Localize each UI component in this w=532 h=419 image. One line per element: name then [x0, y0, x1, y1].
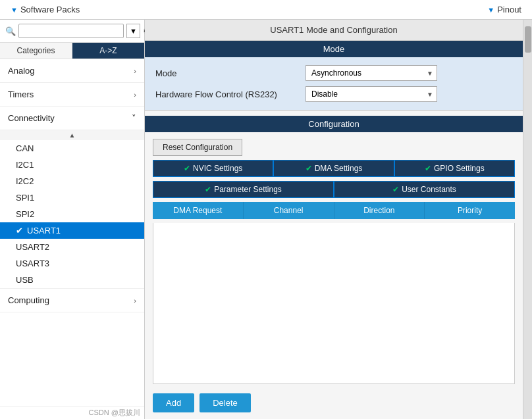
computing-label: Computing [8, 295, 49, 305]
dma-settings-label: DMA Settings [315, 164, 363, 173]
usart1-label: USART1 [27, 226, 61, 235]
top-bar: ▼ Software Packs ▼ Pinout [0, 0, 532, 20]
usart3-label: USART3 [16, 259, 49, 268]
content-title: USART1 Mode and Configuration [145, 20, 523, 41]
search-input[interactable] [18, 24, 124, 38]
dma-col-channel: Channel [244, 202, 334, 219]
gpio-check-icon: ✔ [425, 164, 431, 173]
sidebar-item-spi2[interactable]: SPI2 [0, 206, 144, 222]
spi1-label: SPI1 [16, 193, 34, 203]
param-check-icon: ✔ [205, 185, 211, 194]
usart2-label: USART2 [16, 242, 49, 252]
mode-label: Mode [155, 68, 300, 78]
pinout-menu[interactable]: ▼ Pinout [487, 5, 521, 14]
analog-label: Analog [8, 66, 34, 76]
hw-flow-select[interactable]: Disable [306, 86, 437, 102]
pinout-chevron: ▼ [487, 6, 494, 14]
connectivity-sub-items: CAN I2C1 I2C2 SPI1 SPI2 ✔ [0, 140, 144, 288]
sidebar-item-connectivity[interactable]: Connectivity ˅ [0, 107, 144, 130]
settings-tabs-row2: ✔ Parameter Settings ✔ User Constants [153, 181, 515, 198]
sidebar-item-usart1[interactable]: ✔ USART1 [0, 222, 144, 239]
add-button[interactable]: Add [153, 393, 194, 412]
tab-a-to-z[interactable]: A->Z [72, 43, 144, 59]
tab-categories[interactable]: Categories [0, 43, 72, 59]
config-section-label: Configuration [145, 116, 523, 132]
sidebar-item-usart2[interactable]: USART2 [0, 239, 144, 255]
connectivity-arrow-icon: ˅ [132, 113, 136, 123]
dma-col-direction: Direction [334, 202, 425, 219]
sidebar: 🔍 ▼ ⚙ Categories A->Z Analog › Timers › [0, 20, 145, 419]
right-scrollbar[interactable] [523, 20, 532, 419]
watermark: CSDN @思拔川 [0, 406, 144, 419]
connectivity-label: Connectivity [8, 113, 55, 123]
bottom-buttons: Add Delete [153, 388, 515, 412]
computing-arrow-icon: › [134, 297, 136, 305]
dma-table-body [153, 223, 515, 384]
spi2-label: SPI2 [16, 209, 34, 219]
hw-flow-label: Hardware Flow Control (RS232) [155, 89, 300, 99]
config-body: Reset Configuration ✔ NVIC Settings ✔ DM… [145, 132, 523, 419]
analog-arrow-icon: › [134, 67, 136, 75]
sidebar-item-usb[interactable]: USB [0, 272, 144, 288]
scroll-up-button[interactable]: ▲ [0, 130, 144, 140]
scroll-thumb [525, 26, 531, 53]
sidebar-item-i2c2[interactable]: I2C2 [0, 173, 144, 189]
hw-flow-select-wrap: Disable [306, 86, 437, 102]
dma-col-request: DMA Request [153, 202, 244, 219]
nvic-check-icon: ✔ [184, 164, 190, 173]
tab-dma-settings[interactable]: ✔ DMA Settings [273, 160, 394, 177]
connectivity-section: Connectivity ˅ ▲ CAN I2C1 I2C2 SPI1 [0, 107, 144, 288]
mode-field-row-hwflow: Hardware Flow Control (RS232) Disable [155, 86, 512, 102]
sidebar-item-analog[interactable]: Analog › [0, 59, 144, 83]
software-packs-label: Software Packs [20, 5, 80, 14]
tab-row: Categories A->Z [0, 43, 144, 59]
mode-section-label: Mode [145, 41, 523, 57]
timers-label: Timers [8, 89, 34, 99]
software-packs-chevron: ▼ [11, 6, 18, 14]
can-label: CAN [16, 143, 34, 153]
timers-arrow-icon: › [134, 91, 136, 99]
mode-field-row-mode: Mode Asynchronous [155, 65, 512, 81]
parameter-settings-label: Parameter Settings [214, 185, 282, 194]
mode-select[interactable]: Asynchronous [306, 65, 437, 81]
dma-check-icon: ✔ [306, 164, 312, 173]
dma-table-header: DMA Request Channel Direction Priority [153, 202, 515, 219]
settings-tabs-row1: ✔ NVIC Settings ✔ DMA Settings ✔ GPIO Se… [153, 160, 515, 177]
nvic-settings-label: NVIC Settings [193, 164, 242, 173]
search-dropdown-button[interactable]: ▼ [126, 24, 140, 38]
tab-gpio-settings[interactable]: ✔ GPIO Settings [394, 160, 515, 177]
gpio-settings-label: GPIO Settings [434, 164, 485, 173]
tab-user-constants[interactable]: ✔ User Constants [334, 181, 515, 198]
search-area: 🔍 ▼ ⚙ [0, 20, 144, 43]
sidebar-item-usart3[interactable]: USART3 [0, 255, 144, 272]
usb-label: USB [16, 275, 34, 285]
sidebar-item-spi1[interactable]: SPI1 [0, 189, 144, 206]
user-constants-check-icon: ✔ [392, 185, 399, 194]
tab-nvic-settings[interactable]: ✔ NVIC Settings [153, 160, 273, 177]
i2c2-label: I2C2 [16, 176, 34, 186]
dma-col-priority: Priority [425, 202, 515, 219]
sidebar-item-timers[interactable]: Timers › [0, 83, 144, 107]
mode-fields: Mode Asynchronous Hardware Flow Control … [145, 57, 523, 111]
mode-select-wrap: Asynchronous [306, 65, 437, 81]
usart1-check-icon: ✔ [16, 226, 23, 235]
content-area: USART1 Mode and Configuration Mode Mode … [145, 20, 523, 419]
delete-button[interactable]: Delete [200, 393, 251, 412]
search-icon: 🔍 [5, 26, 16, 36]
software-packs-menu[interactable]: ▼ Software Packs [11, 5, 80, 14]
user-constants-label: User Constants [402, 185, 456, 194]
sidebar-item-computing[interactable]: Computing › [0, 288, 144, 312]
sidebar-item-i2c1[interactable]: I2C1 [0, 157, 144, 173]
sidebar-nav: Analog › Timers › Connectivity ˅ ▲ CAN [0, 59, 144, 406]
main-layout: 🔍 ▼ ⚙ Categories A->Z Analog › Timers › [0, 20, 532, 419]
tab-parameter-settings[interactable]: ✔ Parameter Settings [153, 181, 334, 198]
reset-configuration-button[interactable]: Reset Configuration [153, 139, 242, 156]
i2c1-label: I2C1 [16, 160, 34, 170]
sidebar-item-can[interactable]: CAN [0, 140, 144, 157]
pinout-label: Pinout [497, 5, 521, 14]
